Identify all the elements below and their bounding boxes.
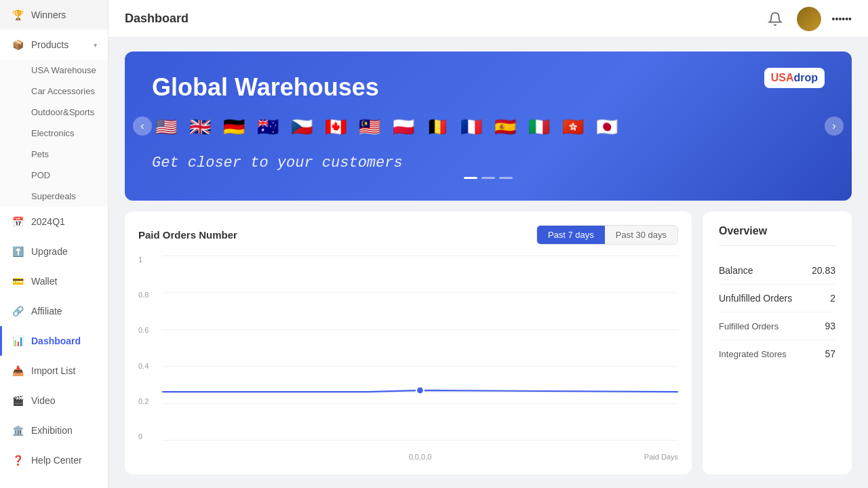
sidebar-label-products: Products bbox=[31, 39, 87, 50]
overview-item-fulfilled: Fulfilled Orders 93 bbox=[719, 312, 835, 340]
flag-hk: 🇭🇰 bbox=[559, 113, 587, 141]
sidebar-label-dashboard: Dashboard bbox=[31, 336, 97, 346]
overview-label-unfulfilled: Unfulfilled Orders bbox=[719, 293, 792, 304]
import-list-icon: 📥 bbox=[11, 364, 24, 378]
overview-title: Overview bbox=[719, 225, 835, 237]
banner-dot-2[interactable] bbox=[481, 177, 495, 179]
sidebar-item-2024q1[interactable]: 📅 2024Q1 bbox=[0, 207, 108, 237]
sidebar-label-help-center: Help Center bbox=[31, 455, 97, 466]
flag-de: 🇩🇪 bbox=[220, 113, 248, 141]
banner-title: Global Warehouses bbox=[152, 73, 825, 102]
sidebar-label-exhibition: Exhibition bbox=[31, 425, 97, 436]
sidebar-item-video[interactable]: 🎬 Video bbox=[0, 386, 108, 415]
header: Dashboard •••••• bbox=[108, 0, 868, 38]
help-center-icon: ❓ bbox=[11, 453, 24, 467]
overview-item-balance: Balance 20.83 bbox=[719, 257, 835, 285]
affiliate-icon: 🔗 bbox=[11, 304, 24, 318]
banner-next-button[interactable]: › bbox=[825, 117, 844, 136]
notification-bell[interactable] bbox=[764, 8, 786, 30]
flag-my: 🇲🇾 bbox=[355, 113, 384, 141]
overview-value-unfulfilled: 2 bbox=[830, 293, 835, 304]
paid-days-label: Paid Days bbox=[644, 453, 678, 461]
overview-card: Overview Balance 20.83 Unfulfilled Order… bbox=[703, 211, 852, 474]
chart-title: Paid Orders Number bbox=[138, 229, 237, 241]
y-label-1: 1 bbox=[138, 256, 159, 264]
main-content: ‹ › USAdrop Global Warehouses 🇺🇸 🇬🇧 🇩🇪 🇦… bbox=[108, 38, 868, 488]
overview-value-balance: 20.83 bbox=[812, 265, 835, 276]
header-actions: •••••• bbox=[764, 7, 852, 31]
banner-prev-button[interactable]: ‹ bbox=[133, 117, 152, 136]
sidebar-item-upgrade[interactable]: ⬆️ Upgrade bbox=[0, 237, 108, 266]
overview-item-integrated: Integrated Stores 57 bbox=[719, 340, 835, 367]
overview-label-balance: Balance bbox=[719, 265, 753, 276]
overview-value-fulfilled: 93 bbox=[825, 321, 835, 331]
sidebar-item-help-center[interactable]: ❓ Help Center bbox=[0, 445, 108, 475]
flag-fr: 🇫🇷 bbox=[457, 113, 486, 141]
page-title: Dashboard bbox=[125, 12, 189, 26]
sidebar-item-winners[interactable]: 🏆 Winners bbox=[0, 0, 108, 30]
overview-value-integrated: 57 bbox=[825, 348, 835, 359]
tab-30days[interactable]: Past 30 days bbox=[605, 226, 677, 244]
sidebar-label-video: Video bbox=[31, 395, 97, 406]
sidebar-item-exhibition[interactable]: 🏛️ Exhibition bbox=[0, 415, 108, 445]
submenu-electronics[interactable]: Electronics bbox=[0, 123, 108, 144]
flag-us: 🇺🇸 bbox=[152, 113, 180, 141]
sidebar-item-affiliate[interactable]: 🔗 Affiliate bbox=[0, 296, 108, 326]
submenu-superdeals[interactable]: Superdeals bbox=[0, 186, 108, 207]
overview-divider bbox=[719, 245, 835, 246]
overview-label-integrated: Integrated Stores bbox=[719, 349, 787, 359]
y-label-02: 0.2 bbox=[138, 397, 159, 405]
sidebar: 🏆 Winners 📦 Products ▾ USA Warehouse Car… bbox=[0, 0, 108, 488]
y-label-06: 0.6 bbox=[138, 326, 159, 334]
flag-au: 🇦🇺 bbox=[254, 113, 282, 141]
chevron-down-icon: ▾ bbox=[94, 41, 97, 49]
banner-dot-3[interactable] bbox=[499, 177, 513, 179]
winners-icon: 🏆 bbox=[11, 8, 24, 22]
sidebar-label-wallet: Wallet bbox=[31, 276, 97, 287]
flag-pl: 🇵🇱 bbox=[389, 113, 418, 141]
flag-gb: 🇬🇧 bbox=[186, 113, 214, 141]
flag-es: 🇪🇸 bbox=[491, 113, 519, 141]
tab-7days[interactable]: Past 7 days bbox=[537, 226, 605, 244]
flag-be: 🇧🇪 bbox=[423, 113, 452, 141]
submenu-pets[interactable]: Pets bbox=[0, 144, 108, 165]
submenu-usa-warehouse[interactable]: USA Warehouse bbox=[0, 60, 108, 81]
wallet-icon: 💳 bbox=[11, 274, 24, 288]
banner-subtitle: Get closer to your customers bbox=[152, 155, 825, 171]
sidebar-item-wallet[interactable]: 💳 Wallet bbox=[0, 266, 108, 296]
sidebar-item-products[interactable]: 📦 Products ▾ bbox=[0, 30, 108, 60]
submenu-pod[interactable]: POD bbox=[0, 165, 108, 186]
sidebar-item-import-list[interactable]: 📥 Import List bbox=[0, 356, 108, 386]
submenu-outdoor-sports[interactable]: Outdoor&Sports bbox=[0, 102, 108, 123]
flag-ca: 🇨🇦 bbox=[321, 113, 350, 141]
banner-dots bbox=[152, 177, 825, 179]
flag-cz: 🇨🇿 bbox=[288, 113, 316, 141]
x-axis-area: 0,0,0,0 bbox=[162, 453, 678, 461]
avatar-image bbox=[797, 7, 821, 31]
y-label-0: 0 bbox=[138, 432, 159, 441]
flags-row: 🇺🇸 🇬🇧 🇩🇪 🇦🇺 🇨🇿 🇨🇦 🇲🇾 🇵🇱 🇧🇪 🇫🇷 🇪🇸 🇮🇹 🇭🇰 🇯… bbox=[152, 113, 825, 141]
chart-svg bbox=[162, 256, 678, 396]
products-icon: 📦 bbox=[11, 38, 24, 52]
banner-dot-1[interactable] bbox=[464, 177, 477, 179]
sidebar-label-import-list: Import List bbox=[31, 365, 97, 376]
2024q1-icon: 📅 bbox=[11, 215, 24, 228]
bottom-row: Paid Orders Number Past 7 days Past 30 d… bbox=[125, 211, 852, 474]
main-area: Dashboard •••••• ‹ › USAdrop Global Ware… bbox=[108, 0, 868, 488]
upgrade-icon: ⬆️ bbox=[11, 245, 24, 258]
grid-line-5 bbox=[162, 403, 678, 404]
overview-item-unfulfilled: Unfulfilled Orders 2 bbox=[719, 285, 835, 312]
flag-jp: 🇯🇵 bbox=[593, 113, 621, 141]
dashboard-icon: 📊 bbox=[11, 334, 24, 348]
sidebar-label-winners: Winners bbox=[31, 9, 97, 20]
submenu-car-accessories[interactable]: Car Accessories bbox=[0, 81, 108, 102]
banner: ‹ › USAdrop Global Warehouses 🇺🇸 🇬🇧 🇩🇪 🇦… bbox=[125, 52, 852, 201]
username-label: •••••• bbox=[832, 14, 852, 24]
products-submenu: USA Warehouse Car Accessories Outdoor&Sp… bbox=[0, 60, 108, 207]
video-icon: 🎬 bbox=[11, 394, 24, 407]
chart-header: Paid Orders Number Past 7 days Past 30 d… bbox=[138, 225, 678, 245]
y-label-08: 0.8 bbox=[138, 291, 159, 299]
exhibition-icon: 🏛️ bbox=[11, 424, 24, 437]
user-avatar[interactable] bbox=[797, 7, 821, 31]
sidebar-item-dashboard[interactable]: 📊 Dashboard bbox=[0, 326, 108, 356]
